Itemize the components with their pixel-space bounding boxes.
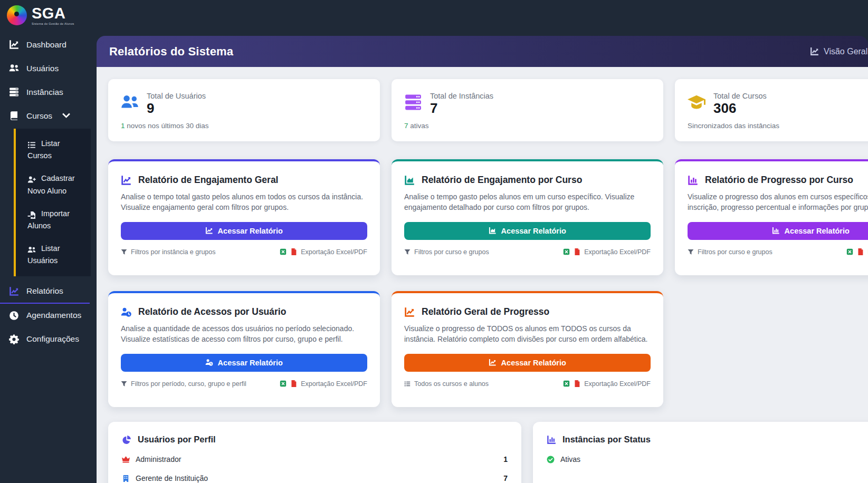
acessar-relatorio-button[interactable]: Acessar Relatório bbox=[688, 222, 868, 240]
submenu-item-cadastrar-novo-aluno[interactable]: Cadastrar Novo Aluno bbox=[16, 167, 91, 202]
page-title: Relatórios do Sistema bbox=[109, 45, 233, 59]
list-icon bbox=[404, 381, 411, 387]
panel-title: Instâncias por Status bbox=[562, 434, 651, 445]
excel-file-icon bbox=[563, 248, 570, 255]
sidebar-item-instancias[interactable]: Instâncias bbox=[0, 80, 97, 104]
panel-row-value: 1 bbox=[503, 455, 508, 463]
building-icon bbox=[122, 475, 130, 482]
sidebar-item-configuracoes[interactable]: Configurações bbox=[0, 327, 97, 351]
sidebar-item-label: Configurações bbox=[26, 334, 79, 344]
app-tagline: Sistema de Gestão de Alunos bbox=[32, 22, 74, 25]
sidebar-item-agendamentos[interactable]: Agendamentos bbox=[0, 304, 97, 327]
panel-row-gerente: Gerente de Instituição 7 bbox=[122, 474, 508, 482]
sidebar-item-label: Cursos bbox=[26, 111, 52, 121]
sidebar-item-label: Agendamentos bbox=[26, 311, 81, 320]
filter-icon bbox=[121, 249, 127, 255]
acessar-relatorio-button[interactable]: Acessar Relatório bbox=[121, 354, 367, 372]
graduation-cap-icon bbox=[688, 93, 705, 111]
stat-label: Total de Cursos bbox=[713, 92, 767, 100]
file-import-icon bbox=[27, 211, 36, 219]
submenu-item-importar-alunos[interactable]: Importar Alunos bbox=[16, 202, 91, 237]
overview-link[interactable]: Visão Geral bbox=[810, 47, 867, 56]
panel-row-value: 7 bbox=[503, 474, 508, 482]
excel-file-icon bbox=[280, 380, 287, 387]
filter-icon bbox=[404, 249, 411, 255]
report-description: Visualize o progresso de TODOS os alunos… bbox=[404, 323, 651, 345]
submenu-item-listar-cursos[interactable]: Listar Cursos bbox=[16, 132, 91, 167]
report-footer: Filtros por curso e grupos Exportação Ex… bbox=[404, 248, 651, 256]
stat-label: Total de Instâncias bbox=[430, 92, 493, 100]
chart-pie-icon bbox=[122, 435, 131, 445]
chart-line-icon bbox=[810, 47, 819, 56]
sidebar-item-label: Usuários bbox=[26, 64, 59, 73]
report-footer-export: Exportação Excel/PDF bbox=[301, 380, 367, 388]
stat-caption: 7 ativas bbox=[404, 122, 651, 130]
report-footer: Todos os cursos e alunos Exportação Exce… bbox=[404, 380, 651, 388]
sidebar-item-cursos[interactable]: Cursos bbox=[0, 104, 97, 128]
check-circle-icon bbox=[547, 456, 555, 463]
report-card-progresso-por-curso: Relatório de Progresso por Curso Visuali… bbox=[675, 159, 868, 275]
stat-value: 7 bbox=[430, 101, 493, 117]
report-title: Relatório Geral de Progresso bbox=[422, 306, 549, 317]
pdf-file-icon bbox=[290, 380, 297, 387]
chart-line-icon bbox=[9, 286, 19, 296]
report-title: Relatório de Engajamento Geral bbox=[138, 175, 278, 186]
excel-file-icon bbox=[280, 248, 287, 255]
users-icon bbox=[121, 93, 139, 111]
stat-value: 306 bbox=[713, 101, 767, 117]
panel-title: Usuários por Perfil bbox=[138, 434, 216, 445]
report-card-engajamento-geral: Relatório de Engajamento Geral Analise o… bbox=[108, 159, 380, 275]
book-icon bbox=[9, 111, 19, 121]
report-footer-export: Exportação Excel/PDF bbox=[301, 248, 367, 256]
report-footer-filters: Filtros por período, curso, grupo e perf… bbox=[131, 380, 246, 388]
submenu-item-listar-usuarios[interactable]: Listar Usuários bbox=[16, 237, 91, 272]
sidebar-item-label: Dashboard bbox=[26, 40, 66, 50]
report-title: Relatório de Engajamento por Curso bbox=[422, 175, 582, 186]
stat-caption: 1 novos nos últimos 30 dias bbox=[121, 122, 367, 130]
acessar-relatorio-button[interactable]: Acessar Relatório bbox=[404, 222, 651, 240]
report-description: Analise a quantidade de acessos dos usuá… bbox=[121, 323, 367, 345]
list-icon bbox=[27, 141, 36, 149]
chevron-down-icon bbox=[61, 111, 71, 121]
report-footer: Filtros por período, curso, grupo e perf… bbox=[121, 380, 367, 388]
reports-row-2: Relatório de Acessos por Usuário Analise… bbox=[108, 291, 868, 407]
filter-icon bbox=[688, 249, 694, 255]
sidebar-item-usuarios[interactable]: Usuários bbox=[0, 56, 97, 80]
report-footer-filters: Filtros por instância e grupos bbox=[131, 248, 216, 256]
sidebar-item-relatorios[interactable]: Relatórios bbox=[0, 279, 90, 304]
acessar-relatorio-button[interactable]: Acessar Relatório bbox=[121, 222, 367, 240]
report-description: Analise o tempo total gasto pelos alunos… bbox=[121, 191, 367, 213]
chart-column-icon bbox=[547, 435, 556, 445]
sidebar: SGA Sistema de Gestão de Alunos Dashboar… bbox=[0, 0, 97, 483]
panel-row-label: Administrador bbox=[136, 455, 181, 463]
stat-card-total-cursos: Total de Cursos 306 Sincronizados das in… bbox=[675, 79, 868, 141]
excel-file-icon bbox=[846, 248, 853, 255]
panel-row-label: Ativas bbox=[560, 455, 580, 463]
chart-line-icon bbox=[489, 359, 497, 366]
pdf-file-icon bbox=[857, 248, 864, 255]
chart-column-icon bbox=[772, 227, 780, 235]
pdf-file-icon bbox=[574, 380, 580, 387]
chart-column-icon bbox=[688, 175, 698, 186]
sidebar-item-label: Relatórios bbox=[26, 286, 63, 296]
sidebar-item-label: Instâncias bbox=[26, 88, 63, 97]
server-icon bbox=[9, 87, 19, 97]
chart-line-icon bbox=[404, 307, 415, 317]
report-footer-export: Exportação Excel/PDF bbox=[584, 380, 651, 388]
stat-label: Total de Usuários bbox=[147, 92, 206, 100]
chart-area-icon bbox=[404, 175, 415, 186]
report-footer: Filtros por curso e grupos Exportação Ex… bbox=[688, 248, 868, 256]
report-footer: Filtros por instância e grupos Exportaçã… bbox=[121, 248, 367, 256]
acessar-relatorio-button[interactable]: Acessar Relatório bbox=[404, 354, 651, 372]
sidebar-item-dashboard[interactable]: Dashboard bbox=[0, 33, 97, 56]
stat-card-total-instancias: Total de Instâncias 7 7 ativas bbox=[392, 79, 663, 141]
user-clock-icon bbox=[205, 359, 213, 366]
pdf-file-icon bbox=[290, 248, 297, 255]
crown-icon bbox=[122, 456, 130, 463]
chart-line-icon bbox=[9, 40, 19, 50]
sidebar-nav: Dashboard Usuários Instâncias Cursos Lis… bbox=[0, 33, 97, 351]
report-description: Visualize o progresso dos alunos em curs… bbox=[688, 191, 868, 213]
app-logo[interactable]: SGA Sistema de Gestão de Alunos bbox=[0, 0, 97, 28]
panel-usuarios-por-perfil: Usuários por Perfil Administrador 1 Gere… bbox=[108, 422, 521, 483]
report-card-acessos-por-usuario: Relatório de Acessos por Usuário Analise… bbox=[108, 291, 380, 407]
